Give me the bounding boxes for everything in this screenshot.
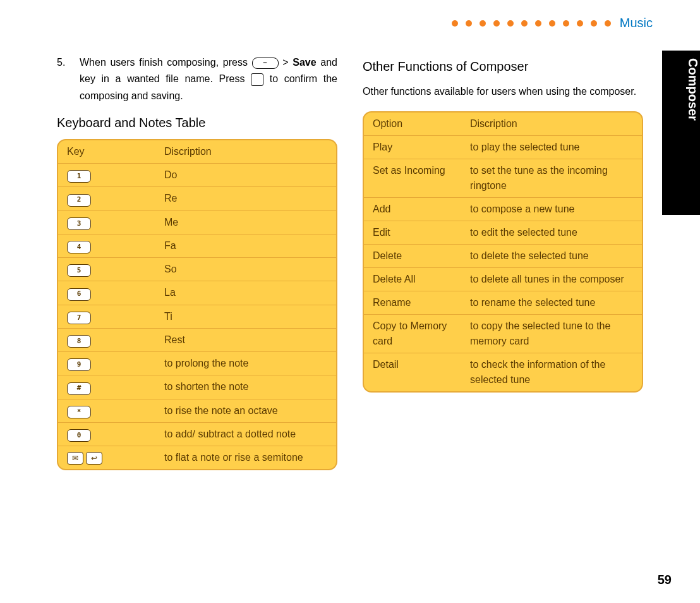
fn-desc: to delete the selected tune (461, 245, 642, 268)
keypad-2-icon: 2 (67, 194, 91, 207)
note-desc: Do (155, 164, 336, 187)
left-column: 5. When users finish composing, press − … (57, 54, 337, 470)
step-number: 5. (57, 54, 71, 104)
fn-desc: to edit the selected tune (461, 221, 642, 245)
fn-option: Delete (364, 245, 461, 268)
header-band: Music (452, 16, 653, 30)
fns-head-desc: Discription (461, 113, 642, 136)
fns-head-option: Option (364, 113, 461, 136)
ok-key-icon (251, 73, 263, 86)
softkey-icon: − (252, 58, 279, 69)
note-desc: Rest (155, 329, 336, 352)
decorative-dots (452, 20, 611, 27)
note-desc: to rise the note an octave (155, 399, 336, 423)
keypad-star-icon: * (67, 406, 91, 418)
fn-option: Delete All (364, 268, 461, 291)
step-text: When users finish composing, press − > S… (80, 54, 337, 104)
other-functions-heading: Other Functions of Composer (363, 59, 643, 74)
page-number: 59 (658, 573, 672, 587)
fn-option: Set as Incoming (364, 159, 461, 198)
fn-desc: to delete all tunes in the composer (461, 268, 642, 291)
keypad-3-icon: 3 (67, 217, 91, 230)
fn-option: Play (364, 136, 461, 159)
keypad-7-icon: 7 (67, 312, 91, 324)
note-desc: to shorten the note (155, 375, 336, 399)
note-desc: Ti (155, 305, 336, 329)
fn-desc: to play the selected tune (461, 136, 642, 159)
other-functions-intro: Other functions available for users when… (363, 83, 643, 100)
keypad-1-icon: 1 (67, 170, 91, 183)
keypad-9-icon: 9 (67, 358, 91, 371)
notes-head-key: Key (58, 140, 155, 164)
fn-desc: to copy the selected tune to the memory … (461, 315, 642, 353)
fn-option: Add (364, 198, 461, 221)
fn-option: Detail (364, 353, 461, 391)
keypad-8-icon: 8 (67, 335, 91, 348)
step-text-a: When users finish composing, press (80, 57, 252, 68)
keypad-hash-icon: # (67, 382, 91, 395)
message-key-icon: ✉ (67, 452, 83, 465)
note-desc: Me (155, 211, 336, 234)
fn-desc: to check the information of the selected… (461, 353, 642, 391)
other-functions-table: Option Discription Playto play the selec… (363, 111, 643, 393)
fn-desc: to compose a new tune (461, 198, 642, 221)
keypad-0-icon: 0 (67, 429, 91, 442)
note-desc: to flat a note or rise a semitone (155, 446, 336, 469)
note-desc: Re (155, 187, 336, 210)
note-desc: So (155, 258, 336, 281)
note-desc: to prolong the note (155, 352, 336, 375)
note-desc: Fa (155, 234, 336, 258)
side-tab-composer: Composer (662, 51, 700, 215)
keypad-5-icon: 5 (67, 264, 91, 277)
fn-desc: to rename the selected tune (461, 291, 642, 315)
keypad-6-icon: 6 (67, 288, 91, 301)
step-5: 5. When users finish composing, press − … (57, 54, 337, 104)
notes-table-heading: Keyboard and Notes Table (57, 116, 337, 130)
keyboard-notes-table: Key Discription 1Do 2Re 3Me 4Fa 5So 6La … (57, 139, 337, 470)
note-desc: La (155, 281, 336, 305)
return-key-icon: ↩ (86, 452, 102, 465)
keypad-4-icon: 4 (67, 241, 91, 253)
fn-desc: to set the tune as the incoming ringtone (461, 159, 642, 198)
step-text-b: > (282, 57, 293, 68)
fn-option: Copy to Memory card (364, 315, 461, 353)
fn-option: Edit (364, 221, 461, 245)
fn-option: Rename (364, 291, 461, 315)
right-column: Other Functions of Composer Other functi… (363, 54, 643, 470)
notes-head-desc: Discription (155, 140, 336, 164)
section-title: Music (620, 16, 653, 30)
note-desc: to add/ subtract a dotted note (155, 423, 336, 446)
save-label: Save (293, 57, 316, 68)
